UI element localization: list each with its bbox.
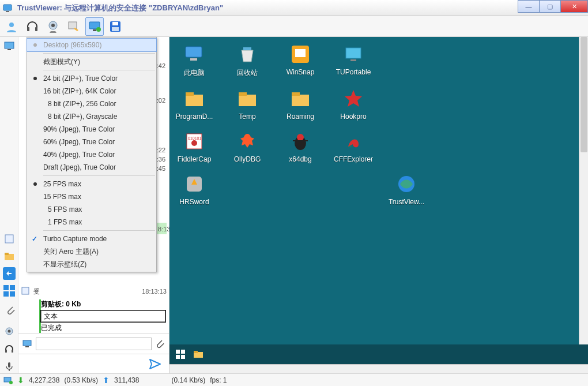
menu-jpeg-40[interactable]: 40% (Jpeg), True Color [27, 148, 156, 161]
menu-disable-aero[interactable]: 关闭 Aero 主题(A) [27, 245, 156, 258]
menu-color-8bit[interactable]: 8 bit (ZIP+), 256 Color [27, 98, 156, 110]
remote-taskbar[interactable] [169, 344, 588, 364]
menu-fps-15[interactable]: 15 FPS max [27, 190, 156, 203]
maximize-button[interactable]: ▢ [539, 0, 561, 13]
desktop-icon-label: TUPortable [336, 68, 371, 76]
svg-point-6 [51, 24, 55, 27]
menu-jpeg-draft[interactable]: Draft (Jpeg), True Color [27, 161, 156, 174]
chat-input[interactable] [36, 338, 152, 350]
menu-capture-mode[interactable]: 截图模式(Y) [27, 55, 156, 68]
menu-color-16bit[interactable]: 16 bit (ZIP+), 64K Color [27, 85, 156, 98]
send-row [18, 354, 169, 373]
svg-rect-35 [243, 47, 251, 50]
remote-desktop-tool-icon[interactable] [85, 17, 104, 36]
desktop-pc-icon[interactable]: 此电脑 [173, 43, 216, 78]
svg-rect-40 [186, 95, 203, 106]
desktop-fiddlercap-icon[interactable]: 010101FiddlerCap [173, 130, 216, 163]
remote-desktop-pane: 此电脑回收站WinSnapTUPortableProgramD...TempRo… [169, 37, 588, 373]
menu-jpeg-90[interactable]: 90% (Jpeg), True Color [27, 123, 156, 136]
explorer-taskbar-icon[interactable] [193, 348, 205, 361]
svg-rect-14 [5, 42, 14, 48]
main-toolbar [0, 16, 588, 37]
download-bytes: 4,227,238 [29, 376, 59, 384]
vertical-scrollbar[interactable] [579, 37, 588, 344]
account-tool-icon[interactable] [2, 17, 21, 36]
file-side-icon[interactable] [2, 232, 16, 246]
winsnap-icon [289, 43, 312, 66]
remote-screen[interactable]: 此电脑回收站WinSnapTUPortableProgramD...TempRo… [169, 37, 579, 344]
trustview-icon [395, 173, 418, 196]
mic-small-icon[interactable] [2, 359, 16, 373]
send-icon[interactable] [148, 357, 162, 371]
desktop-recycle-icon[interactable]: 回收站 [226, 43, 269, 78]
menu-turbo-capture[interactable]: Turbo Capture mode [27, 233, 156, 245]
svg-rect-43 [239, 92, 247, 96]
svg-rect-59 [194, 351, 198, 353]
svg-rect-13 [112, 27, 119, 31]
desktop-trustview-icon[interactable]: TrustView... [385, 173, 428, 206]
desktop-roaming-icon[interactable]: Roaming [279, 87, 322, 121]
horizontal-scrollbar[interactable] [169, 364, 588, 373]
display-settings-menu: Desktop (965x590) 截图模式(Y) 24 bit (ZIP+),… [27, 37, 157, 272]
desktop-hrsword-icon[interactable]: HRSword [173, 173, 216, 206]
svg-rect-16 [5, 235, 13, 243]
menu-color-24bit[interactable]: 24 bit (ZIP+), True Color [27, 72, 156, 85]
menu-fps-5[interactable]: 5 FPS max [27, 203, 156, 216]
apps-side-icon[interactable] [2, 284, 16, 298]
desktop-icon-label: WinSnap [287, 68, 315, 76]
svg-rect-9 [93, 29, 96, 31]
menu-hide-wallpaper[interactable]: 不显示壁纸(Z) [27, 258, 156, 271]
svg-rect-55 [181, 350, 185, 354]
webcam-tool-icon[interactable] [44, 17, 62, 36]
svg-point-48 [191, 140, 197, 146]
attach-icon[interactable] [155, 339, 165, 349]
svg-rect-32 [25, 346, 29, 347]
start-button-icon[interactable] [173, 347, 188, 362]
menu-color-8bit-gray[interactable]: 8 bit (ZIP+), Grayscale [27, 110, 156, 123]
desktop-winsnap-icon[interactable]: WinSnap [279, 43, 322, 78]
menu-fps-25[interactable]: 25 FPS max [27, 178, 156, 190]
desktop-x64dbg-icon[interactable]: x64dbg [279, 130, 322, 163]
window-controls: — ▢ ✕ [518, 0, 588, 13]
desktop-icon-label: 此电脑 [184, 68, 205, 78]
file-transfer-tool-icon[interactable] [65, 17, 83, 36]
tuportable-icon [342, 43, 365, 66]
x64dbg-icon [289, 130, 312, 153]
menu-desktop[interactable]: Desktop (965x590) [27, 39, 156, 51]
desktop-ollydbg-icon[interactable]: OllyDBG [226, 130, 269, 163]
svg-rect-12 [112, 22, 118, 25]
sync-side-icon[interactable] [2, 267, 16, 280]
menu-fps-1[interactable]: 1 FPS max [27, 216, 156, 228]
minimize-button[interactable]: — [518, 0, 540, 13]
recycle-icon [236, 43, 259, 66]
svg-rect-33 [186, 47, 202, 57]
ollydbg-icon [236, 130, 259, 153]
desktop-icon-label: TrustView... [389, 198, 424, 206]
desktop-icon-label: CFFExplorer [334, 155, 373, 163]
desktop-hookpro-icon[interactable]: Hookpro [332, 87, 375, 121]
folder-side-icon[interactable] [2, 249, 16, 263]
clipboard-box: 剪贴板: 0 Kb 已完成 [39, 299, 165, 333]
desktop-programd-icon[interactable]: ProgramD... [173, 87, 216, 121]
svg-rect-0 [3, 5, 12, 10]
save-tool-icon[interactable] [106, 17, 125, 36]
headset-tool-icon[interactable] [23, 17, 42, 36]
headset-small-icon[interactable] [2, 342, 16, 356]
close-button[interactable]: ✕ [560, 0, 588, 13]
svg-rect-21 [10, 285, 15, 290]
desktop-icon-label: HRSword [179, 198, 209, 206]
programd-icon [183, 87, 206, 110]
monitor-side-icon[interactable] [2, 39, 16, 53]
desktop-cffexplorer-icon[interactable]: CFFExplorer [332, 130, 375, 163]
clipboard-text-input[interactable] [41, 310, 165, 322]
webcam-small-icon[interactable] [2, 325, 16, 339]
svg-rect-26 [5, 350, 7, 353]
desktop-icon-label: Roaming [287, 113, 314, 121]
desktop-tuportable-icon[interactable]: TUPortable [332, 43, 375, 78]
svg-point-50 [297, 134, 304, 141]
menu-jpeg-60[interactable]: 60% (Jpeg), True Color [27, 136, 156, 148]
svg-rect-41 [186, 92, 194, 96]
connection-status-icon [3, 376, 13, 385]
desktop-temp-icon[interactable]: Temp [226, 87, 269, 121]
upload-arrow-icon: ⬆ [103, 376, 110, 385]
